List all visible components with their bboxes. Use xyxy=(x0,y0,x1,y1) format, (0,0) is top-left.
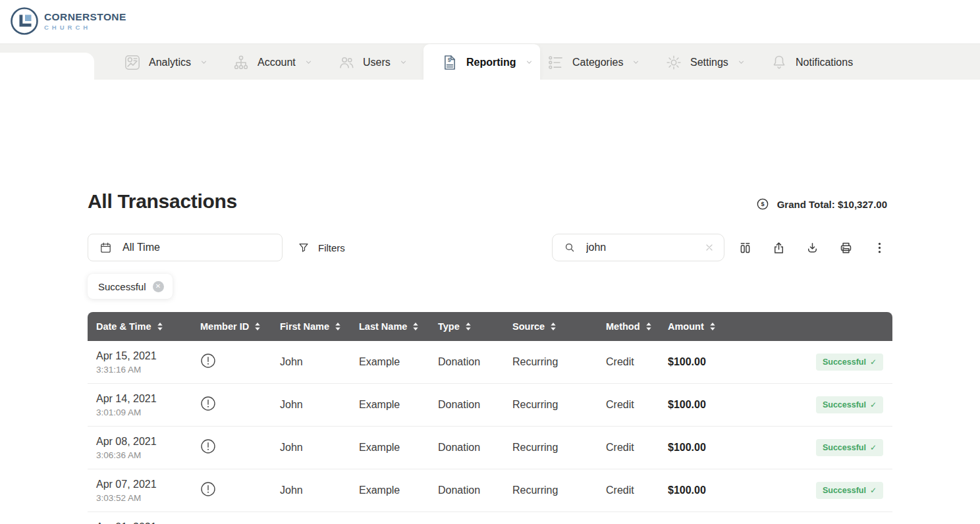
cell-source: Recurring xyxy=(512,356,606,368)
svg-text:$: $ xyxy=(448,57,451,63)
categories-icon xyxy=(547,54,564,71)
nav-item-categories[interactable]: Categories xyxy=(547,44,640,80)
column-header-last-name[interactable]: Last Name xyxy=(359,321,438,332)
chevron-down-icon xyxy=(525,58,533,66)
more-icon xyxy=(873,241,886,255)
cell-member-id xyxy=(200,481,280,500)
check-icon: ✓ xyxy=(870,443,877,452)
notifications-icon xyxy=(771,54,788,71)
sort-icon xyxy=(254,322,261,331)
sort-icon xyxy=(412,322,419,331)
sort-icon xyxy=(465,322,472,331)
nav-item-label: Account xyxy=(258,57,296,68)
check-icon: ✓ xyxy=(870,357,877,367)
member-id-info-icon[interactable] xyxy=(200,481,216,497)
cell-last-name: Example xyxy=(359,485,438,496)
nav-item-label: Analytics xyxy=(149,57,191,68)
print-button[interactable] xyxy=(834,236,858,259)
cell-date-time: Apr 08, 2021 3:06:36 AM xyxy=(96,436,200,460)
search-input[interactable] xyxy=(585,241,703,254)
nav-items: AnalyticsAccountUsers$ReportingCategorie… xyxy=(0,44,980,80)
member-id-info-icon[interactable] xyxy=(200,438,216,454)
transaction-date: Apr 08, 2021 xyxy=(96,436,200,448)
nav-item-analytics[interactable]: Analytics xyxy=(124,44,208,80)
page-title: All Transactions xyxy=(88,190,237,213)
remove-filter-icon[interactable]: ✕ xyxy=(153,281,164,292)
status-badge: Successful ✓ xyxy=(816,396,883,413)
nav-item-reporting[interactable]: $Reporting xyxy=(423,44,540,80)
columns-button[interactable] xyxy=(733,236,757,259)
cell-amount: $100.00 xyxy=(668,442,747,454)
main-content: All Transactions $ Grand Total: $10,327.… xyxy=(0,80,980,524)
nav-item-notifications[interactable]: Notifications xyxy=(771,44,853,80)
cell-last-name: Example xyxy=(359,356,438,368)
column-header-label: Method xyxy=(606,321,640,332)
column-header-date-time[interactable]: Date & Time xyxy=(96,321,200,332)
sort-icon xyxy=(550,322,557,331)
column-header-label: Type xyxy=(438,321,460,332)
column-header-method[interactable]: Method xyxy=(606,321,668,332)
nav-item-label: Reporting xyxy=(466,57,516,68)
column-header-label: Date & Time xyxy=(96,321,151,332)
transaction-time: 3:03:52 AM xyxy=(96,493,200,503)
search-box xyxy=(552,234,724,261)
chevron-down-icon xyxy=(632,58,640,66)
column-header-first-name[interactable]: First Name xyxy=(280,321,359,332)
search-icon xyxy=(564,242,576,253)
cell-last-name: Example xyxy=(359,442,438,454)
clear-search-icon[interactable] xyxy=(703,241,716,254)
export-button[interactable] xyxy=(767,236,790,259)
active-filter-chips: Successful✕ xyxy=(88,274,173,299)
transactions-table: Date & TimeMember IDFirst NameLast NameT… xyxy=(88,312,892,524)
calendar-icon xyxy=(99,242,112,254)
cell-type: Donation xyxy=(438,485,512,496)
column-header-type[interactable]: Type xyxy=(438,321,512,332)
cell-member-id xyxy=(200,438,280,457)
cell-type: Donation xyxy=(438,356,512,368)
table-row: Apr 14, 2021 3:01:09 AM John Example Don… xyxy=(88,384,892,427)
cell-method: Credit xyxy=(606,356,668,368)
transaction-time: 3:31:16 AM xyxy=(96,365,200,375)
cell-first-name: John xyxy=(280,442,359,454)
table-row: Apr 01, 2021 3:25:12 AM John Example Don… xyxy=(88,512,892,524)
download-button[interactable] xyxy=(800,236,824,259)
settings-icon xyxy=(665,54,682,71)
chevron-down-icon xyxy=(304,58,313,66)
date-range-select[interactable]: All Time xyxy=(88,234,283,261)
column-header-label: Source xyxy=(512,321,545,332)
column-header-label: Last Name xyxy=(359,321,407,332)
cell-first-name: John xyxy=(280,399,359,411)
cell-status: Successful ✓ xyxy=(747,482,892,499)
check-icon: ✓ xyxy=(870,400,877,409)
grand-total-text: Grand Total: $10,327.00 xyxy=(777,199,887,210)
table-row: Apr 15, 2021 3:31:16 AM John Example Don… xyxy=(88,341,892,384)
nav-item-label: Categories xyxy=(572,57,623,68)
column-header-source[interactable]: Source xyxy=(512,321,606,332)
sort-icon xyxy=(709,322,716,331)
member-id-info-icon[interactable] xyxy=(200,396,216,411)
nav-item-users[interactable]: Users xyxy=(338,44,408,80)
column-header-member-id[interactable]: Member ID xyxy=(200,321,280,332)
nav-item-account[interactable]: Account xyxy=(232,44,313,80)
status-badge: Successful ✓ xyxy=(816,482,883,499)
cell-first-name: John xyxy=(280,356,359,368)
nav-item-label: Users xyxy=(363,57,391,68)
column-header-amount[interactable]: Amount xyxy=(668,321,747,332)
nav-item-label: Notifications xyxy=(796,57,853,68)
cell-date-time: Apr 14, 2021 3:01:09 AM xyxy=(96,393,200,417)
transaction-time: 3:06:36 AM xyxy=(96,450,200,460)
transaction-date: Apr 15, 2021 xyxy=(96,350,200,362)
nav-item-settings[interactable]: Settings xyxy=(665,44,746,80)
status-badge: Successful ✓ xyxy=(816,439,883,456)
print-icon xyxy=(839,241,853,255)
cell-method: Credit xyxy=(606,442,668,454)
date-range-value: All Time xyxy=(122,242,160,253)
chevron-down-icon xyxy=(399,58,408,66)
more-button[interactable] xyxy=(867,236,891,259)
filters-button[interactable]: Filters xyxy=(298,234,345,261)
filter-chip-successful[interactable]: Successful✕ xyxy=(88,274,173,299)
member-id-info-icon[interactable] xyxy=(200,353,216,369)
cell-method: Credit xyxy=(606,399,668,411)
reporting-icon: $ xyxy=(441,54,458,71)
brand-logo[interactable]: CORNERSTONE CHURCH xyxy=(9,6,126,36)
